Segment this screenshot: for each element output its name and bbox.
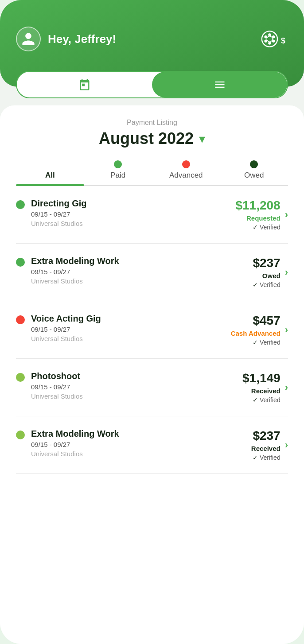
view-toggle[interactable] (16, 71, 288, 98)
item-verified-1: ✓ Verified (253, 224, 281, 231)
status-dot-4 (16, 373, 25, 382)
item-amounts-1: $11,208 Requested ✓ Verified (235, 198, 280, 231)
item-dates-2: 09/15 - 09/27 (31, 268, 119, 275)
item-dates-4: 09/15 - 09/27 (31, 383, 83, 391)
item-verified-3: ✓ Verified (253, 339, 281, 346)
item-amount-2: $237 (253, 256, 280, 270)
tab-paid-label: Paid (110, 171, 125, 180)
payment-list: Directing Gig 09/15 - 09/27 Universal St… (16, 186, 288, 474)
item-left-5: Extra Modeling Work 09/15 - 09/27 Univer… (16, 429, 246, 458)
check-icon-3: ✓ (253, 339, 258, 346)
filter-tabs: All Paid Advanced Owed (16, 160, 288, 186)
item-title-1: Directing Gig (31, 198, 87, 209)
tab-advanced-dot (182, 160, 190, 168)
item-studio-1: Universal Studios (31, 220, 87, 227)
table-row[interactable]: Directing Gig 09/15 - 09/27 Universal St… (16, 186, 288, 244)
item-amounts-3: $457 Cash Advanced ✓ Verified (231, 314, 281, 346)
svg-text:$: $ (281, 36, 285, 45)
film-reel-icon: $ (260, 30, 288, 48)
item-status-3: Cash Advanced (231, 330, 281, 337)
item-amount-5: $237 (253, 429, 280, 443)
month-title: August 2022 (99, 129, 194, 148)
svg-point-6 (264, 40, 267, 43)
tab-paid[interactable]: Paid (84, 160, 152, 185)
item-left-1: Directing Gig 09/15 - 09/27 Universal St… (16, 198, 230, 227)
table-row[interactable]: Extra Modeling Work 09/15 - 09/27 Univer… (16, 416, 288, 474)
arrow-icon-4[interactable]: › (285, 382, 288, 393)
arrow-icon-1[interactable]: › (285, 209, 288, 221)
status-dot-3 (16, 315, 25, 324)
status-dot-1 (16, 200, 25, 209)
tab-owed-dot (250, 160, 258, 168)
item-left-4: Photoshoot 09/15 - 09/27 Universal Studi… (16, 371, 237, 400)
tab-advanced-label: Advanced (169, 171, 203, 180)
svg-point-3 (268, 42, 271, 44)
table-row[interactable]: Extra Modeling Work 09/15 - 09/27 Univer… (16, 244, 288, 301)
avatar[interactable] (16, 27, 41, 51)
arrow-icon-3[interactable]: › (285, 324, 288, 336)
tab-all[interactable]: All (16, 171, 84, 185)
item-title-5: Extra Modeling Work (31, 429, 119, 439)
svg-point-4 (264, 35, 267, 38)
table-row[interactable]: Voice Acting Gig 09/15 - 09/27 Universal… (16, 301, 288, 359)
item-status-2: Owed (262, 272, 281, 279)
table-row[interactable]: Photoshoot 09/15 - 09/27 Universal Studi… (16, 359, 288, 416)
svg-point-7 (272, 40, 275, 43)
check-icon-2: ✓ (253, 281, 258, 288)
check-icon-1: ✓ (253, 224, 258, 231)
item-amount-1: $11,208 (235, 198, 280, 213)
status-dot-2 (16, 258, 25, 267)
item-info-3: Voice Acting Gig 09/15 - 09/27 Universal… (31, 314, 101, 342)
item-right-2: $237 Owed ✓ Verified › (253, 256, 288, 288)
item-amount-4: $1,149 (242, 371, 281, 385)
item-left-2: Extra Modeling Work 09/15 - 09/27 Univer… (16, 256, 247, 285)
item-amounts-2: $237 Owed ✓ Verified (253, 256, 281, 288)
check-icon-5: ✓ (253, 454, 258, 461)
item-info-1: Directing Gig 09/15 - 09/27 Universal St… (31, 198, 87, 227)
item-status-5: Received (251, 445, 281, 452)
status-dot-5 (16, 431, 25, 439)
item-right-5: $237 Received ✓ Verified › (251, 429, 288, 461)
item-studio-5: Universal Studios (31, 450, 119, 458)
item-amounts-5: $237 Received ✓ Verified (251, 429, 281, 461)
item-left-3: Voice Acting Gig 09/15 - 09/27 Universal… (16, 314, 226, 342)
item-right-1: $11,208 Requested ✓ Verified › (235, 198, 288, 231)
month-selector[interactable]: August 2022 ▾ (16, 129, 288, 148)
item-studio-2: Universal Studios (31, 277, 119, 285)
item-title-2: Extra Modeling Work (31, 256, 119, 266)
item-amount-3: $457 (253, 314, 280, 328)
tab-advanced[interactable]: Advanced (152, 160, 220, 185)
item-info-4: Photoshoot 09/15 - 09/27 Universal Studi… (31, 371, 83, 400)
item-right-4: $1,149 Received ✓ Verified › (242, 371, 288, 403)
section-label: Payment Listing (16, 119, 288, 127)
tab-owed[interactable]: Owed (220, 160, 288, 185)
item-studio-4: Universal Studios (31, 392, 83, 400)
calendar-view-toggle[interactable] (17, 72, 152, 97)
item-verified-5: ✓ Verified (253, 454, 281, 461)
content-area: Payment Listing August 2022 ▾ All Paid A… (0, 105, 304, 644)
item-status-4: Received (251, 387, 281, 395)
phone-container: Hey, Jeffrey! $ (0, 0, 304, 644)
list-view-toggle[interactable] (152, 72, 287, 97)
check-icon-4: ✓ (253, 396, 258, 403)
item-title-4: Photoshoot (31, 371, 83, 381)
chevron-down-icon[interactable]: ▾ (199, 132, 205, 146)
item-verified-2: ✓ Verified (253, 281, 281, 288)
item-status-1: Requested (246, 214, 281, 222)
tab-all-label: All (45, 171, 55, 180)
item-dates-5: 09/15 - 09/27 (31, 441, 119, 448)
item-verified-4: ✓ Verified (253, 396, 281, 403)
item-dates-1: 09/15 - 09/27 (31, 210, 87, 218)
svg-point-2 (268, 33, 271, 36)
svg-point-5 (272, 35, 275, 38)
item-info-2: Extra Modeling Work 09/15 - 09/27 Univer… (31, 256, 119, 285)
arrow-icon-5[interactable]: › (285, 439, 288, 451)
item-right-3: $457 Cash Advanced ✓ Verified › (231, 314, 288, 346)
greeting-text: Hey, Jeffrey! (48, 32, 116, 46)
item-info-5: Extra Modeling Work 09/15 - 09/27 Univer… (31, 429, 119, 458)
tab-paid-dot (114, 160, 122, 168)
item-title-3: Voice Acting Gig (31, 314, 101, 324)
tab-owed-label: Owed (244, 171, 264, 180)
arrow-icon-2[interactable]: › (285, 267, 288, 278)
svg-point-1 (267, 36, 273, 42)
